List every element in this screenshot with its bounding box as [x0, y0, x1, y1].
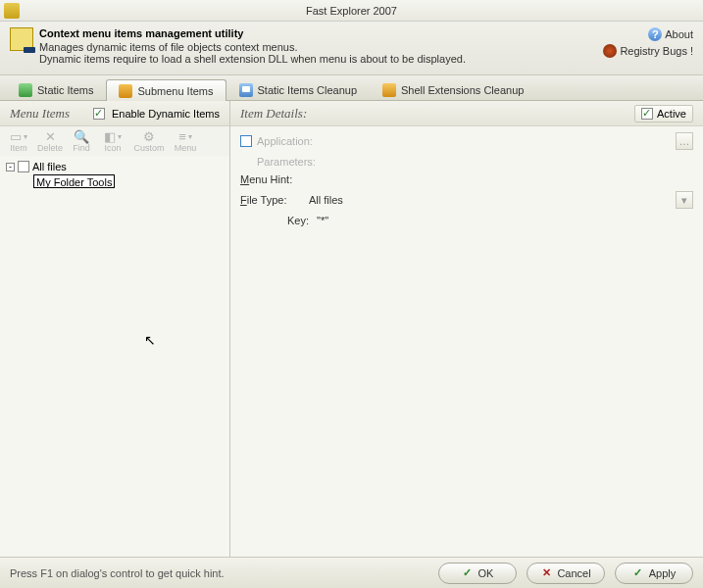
- toolbar-find[interactable]: 🔍Find: [67, 129, 96, 153]
- tab-shell-ext-cleanup[interactable]: Shell Extensions Cleanup: [370, 78, 536, 100]
- menu-items-panel: Menu Items Enable Dynamic Items ▭Item ✕D…: [0, 101, 230, 557]
- parameters-label: Parameters:: [257, 156, 326, 168]
- application-checkbox[interactable]: [240, 135, 252, 147]
- application-browse-button[interactable]: …: [676, 132, 693, 150]
- status-text: Press F1 on dialog's control to get quic…: [10, 567, 438, 579]
- about-link[interactable]: ?About: [648, 27, 693, 41]
- toolbar-icon[interactable]: ◧Icon: [98, 129, 127, 153]
- tree-root-label: All files: [32, 161, 67, 172]
- item-details-panel: Item Details: Active Application: … Para…: [230, 101, 703, 557]
- tab-submenu-label: Submenu Items: [137, 85, 213, 97]
- tree-root-checkbox[interactable]: [18, 161, 29, 172]
- window-title: Fast Explorer 2007: [306, 5, 397, 17]
- x-icon: ✕: [540, 567, 552, 579]
- menu-items-title: Menu Items: [10, 106, 93, 122]
- tab-static-items[interactable]: Static Items: [6, 78, 106, 100]
- header-banner: Context menu items management utility Ma…: [0, 22, 703, 75]
- active-checkbox[interactable]: Active: [634, 105, 693, 122]
- item-details-title: Item Details:: [240, 106, 634, 122]
- help-icon: ?: [648, 27, 662, 41]
- registry-label: Registry Bugs !: [620, 45, 693, 57]
- menu-toolbar: ▭Item ✕Delete 🔍Find ◧Icon ⚙Custom ≡Menu: [0, 126, 229, 156]
- enable-dynamic-label: Enable Dynamic Items: [112, 108, 220, 120]
- tab-shellext-label: Shell Extensions Cleanup: [401, 84, 524, 96]
- mouse-cursor-icon: ↖: [144, 332, 156, 348]
- tab-submenu-icon: [119, 84, 132, 98]
- cancel-label: Cancel: [557, 567, 590, 579]
- key-label: Key:: [287, 215, 317, 226]
- active-label: Active: [657, 108, 686, 120]
- check-icon: ✓: [632, 567, 644, 579]
- registry-bugs-link[interactable]: Registry Bugs !: [603, 44, 693, 58]
- cancel-button[interactable]: ✕Cancel: [527, 563, 605, 584]
- tree-view[interactable]: - All files My Folder Tools ↖: [0, 156, 229, 557]
- tree-node-edit[interactable]: My Folder Tools: [33, 174, 115, 188]
- tab-shellext-icon: [382, 83, 396, 97]
- tab-static-icon: [19, 83, 32, 97]
- check-icon: ✓: [462, 567, 474, 579]
- tree-root-row[interactable]: - All files: [6, 160, 224, 173]
- tab-static-cleanup[interactable]: Static Items Cleanup: [226, 78, 371, 100]
- tab-submenu-items[interactable]: Submenu Items: [106, 79, 226, 101]
- toolbar-delete[interactable]: ✕Delete: [35, 129, 65, 153]
- banner-line2: Dynamic items require to load a shell ex…: [39, 53, 603, 65]
- tab-cleanup-icon: [239, 83, 253, 97]
- menu-hint-label: Menu Hint:: [240, 173, 309, 185]
- tab-bar: Static Items Submenu Items Static Items …: [0, 75, 703, 101]
- about-label: About: [665, 28, 693, 40]
- ok-button[interactable]: ✓OK: [438, 563, 517, 584]
- ok-label: OK: [478, 567, 494, 579]
- banner-icon: [10, 27, 33, 51]
- active-checkbox-icon: [641, 108, 653, 120]
- banner-line1: Manages dynamic items of file objects co…: [39, 41, 603, 53]
- status-bar: Press F1 on dialog's control to get quic…: [0, 557, 703, 588]
- application-label: Application:: [257, 135, 326, 147]
- file-type-dropdown-button[interactable]: ▾: [676, 191, 693, 209]
- file-type-value: All files: [309, 194, 676, 206]
- checkbox-icon: [93, 108, 105, 120]
- tab-cleanup-label: Static Items Cleanup: [258, 84, 358, 96]
- tree-child-row[interactable]: My Folder Tools: [6, 173, 224, 189]
- content-area: Menu Items Enable Dynamic Items ▭Item ✕D…: [0, 101, 703, 557]
- title-bar: Fast Explorer 2007: [0, 0, 703, 22]
- toolbar-custom[interactable]: ⚙Custom: [129, 129, 169, 153]
- file-type-label: File Type:: [240, 194, 309, 206]
- enable-dynamic-checkbox[interactable]: Enable Dynamic Items: [93, 108, 220, 120]
- bug-icon: [603, 44, 617, 58]
- key-value: "*": [317, 215, 693, 226]
- app-icon: [4, 3, 20, 19]
- toolbar-menu[interactable]: ≡Menu: [171, 129, 200, 153]
- details-form: Application: … Parameters: Menu Hint: Fi…: [230, 126, 703, 557]
- apply-label: Apply: [649, 567, 677, 579]
- expand-toggle[interactable]: -: [6, 163, 15, 172]
- toolbar-item[interactable]: ▭Item: [4, 129, 33, 153]
- banner-text: Context menu items management utility Ma…: [39, 27, 603, 65]
- banner-title: Context menu items management utility: [39, 27, 603, 39]
- apply-button[interactable]: ✓Apply: [615, 563, 693, 584]
- tab-static-label: Static Items: [37, 84, 93, 96]
